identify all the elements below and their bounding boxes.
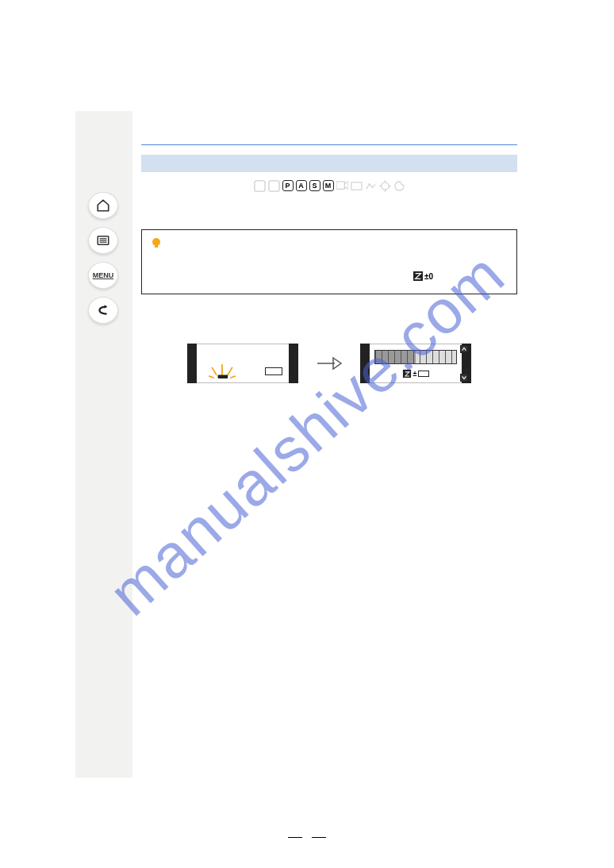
fig2-small-box xyxy=(418,371,429,377)
fig2-exposure-label: ± xyxy=(360,369,471,378)
fig1-small-box xyxy=(265,367,282,375)
svg-rect-7 xyxy=(351,182,361,189)
home-button[interactable] xyxy=(88,192,118,219)
fig1-left-pillar xyxy=(187,344,197,383)
svg-rect-6 xyxy=(336,182,344,189)
mode-ia-plus-icon xyxy=(268,180,280,191)
figure-screen-1 xyxy=(187,344,298,383)
mode-m-box: M xyxy=(323,180,334,191)
exposure-comp-indicator: ±0 xyxy=(413,271,433,281)
touch-flare-icon xyxy=(208,356,236,378)
figure-screen-2: ± xyxy=(360,344,471,383)
tip-bulb-icon xyxy=(150,236,163,249)
svg-line-12 xyxy=(212,367,216,374)
mode-palette-icon xyxy=(393,180,405,191)
exposure-value: ±0 xyxy=(424,272,433,281)
fig2-z-icon xyxy=(402,370,410,378)
nav-icon-column: MENU xyxy=(84,192,122,324)
svg-rect-5 xyxy=(268,180,278,190)
tip-box: ±0 xyxy=(141,229,517,294)
applicable-modes-row: P A S M xyxy=(141,180,517,191)
mode-custom-icon xyxy=(351,180,363,191)
scale-button-up[interactable] xyxy=(460,345,468,353)
back-button[interactable] xyxy=(88,297,118,324)
exposure-z-icon xyxy=(413,271,423,281)
mode-a-box: A xyxy=(296,180,307,191)
figure-row: ± xyxy=(141,344,517,383)
svg-line-13 xyxy=(228,367,232,374)
fig2-exposure-value: ± xyxy=(413,370,417,378)
svg-point-8 xyxy=(381,182,388,189)
fig1-right-pillar xyxy=(289,344,298,383)
back-icon xyxy=(96,303,110,317)
menu-button[interactable]: MENU xyxy=(88,262,118,289)
svg-point-9 xyxy=(152,238,160,246)
section-title-bar xyxy=(141,155,517,172)
svg-rect-4 xyxy=(254,180,264,190)
mode-p-box: P xyxy=(282,180,294,191)
mode-scene-icon xyxy=(365,180,377,191)
svg-line-14 xyxy=(209,376,213,378)
home-icon xyxy=(96,198,110,213)
svg-rect-10 xyxy=(155,245,158,248)
mode-movie-icon xyxy=(336,180,348,191)
mode-creative-icon xyxy=(379,180,391,191)
contents-button[interactable] xyxy=(88,227,118,254)
svg-line-15 xyxy=(231,376,235,378)
menu-label: MENU xyxy=(93,271,114,279)
contents-icon xyxy=(96,233,110,248)
arrow-right-icon xyxy=(316,355,343,371)
exposure-scale xyxy=(374,350,457,364)
page-content: P A S M ±0 xyxy=(141,117,517,383)
mode-ia-icon xyxy=(254,180,266,191)
svg-rect-16 xyxy=(218,374,228,378)
header-rule xyxy=(141,144,517,145)
page-number xyxy=(0,832,614,843)
mode-s-box: S xyxy=(309,180,320,191)
